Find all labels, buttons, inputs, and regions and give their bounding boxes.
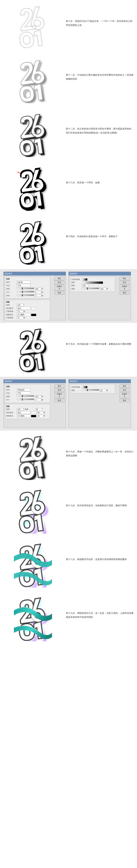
shadow-color[interactable] (31, 314, 36, 316)
step-19-text: 第十九步，绸缎色弄好之后，这一步是：光影之类的，上面矜持来要描述具体的和字体是同… (66, 594, 134, 619)
step-11: 第十一步，不知道你们看出微妙变化没有同事给外面的加上一层高斯模糊的投影 (0, 54, 137, 107)
preview-button[interactable]: 预览 (55, 291, 64, 294)
step-17: 第十七步，给外面添加色光，光效素材自己搞定，颜色不限制 (0, 484, 137, 538)
soften-slider[interactable] (16, 294, 34, 296)
layer-style-dialog-1b[interactable]: 图层样式 确定 取消 新建样式 预览 光泽等高线 渐变 角度120 缩放 100… (69, 272, 131, 320)
figure-shaded-dark (3, 110, 62, 160)
figure-white-center (3, 217, 62, 267)
highlight-color[interactable] (31, 307, 36, 310)
figure-outline (3, 2, 62, 52)
figure-inner-bevel (3, 324, 62, 375)
step-15: 第十五步，对内描边做一个浮雕样式效果，参数如右自己爱好调整 (0, 323, 137, 377)
gloss-contour[interactable] (82, 278, 88, 281)
figure-glow (3, 486, 62, 536)
section-structure: 结构 (6, 278, 49, 280)
figure-outer-bevel (3, 432, 62, 483)
step-12: 第十二步，把之前的灰白厚度变为黑灰半透明，因为底盘是黑色的，我们外面也是做出黑色… (0, 107, 137, 161)
step-11-text: 第十一步，不知道你们看出微妙变化没有同事给外面的加上一层高斯模糊的投影 (66, 56, 134, 81)
new-style-button[interactable]: 新建样式 (55, 285, 64, 290)
size-slider[interactable] (16, 291, 34, 292)
dialog-title: 图层样式 (4, 272, 66, 276)
layer-style-dialog-2[interactable]: 图层样式 确定 取消 新建样式 预览 结构 样式浮雕效果 方法平滑 深度 150… (3, 379, 66, 428)
step-12-text: 第十二步，把之前的灰白厚度变为黑灰半透明，因为底盘是黑色的，我们外面也是做出黑色… (66, 110, 134, 135)
dialog-row-1: 图层样式 确定 取消 新建样式 预览 结构 样式内斜面 方法平滑 深度 100%… (0, 269, 137, 323)
figure-ribbon-color (3, 594, 62, 644)
section-shade: 阴影 (6, 301, 49, 303)
technique-select[interactable]: 平滑 (16, 284, 31, 287)
dialog-row-2: 图层样式 确定 取消 新建样式 预览 结构 样式浮雕效果 方法平滑 深度 150… (0, 377, 137, 431)
figure-shaded-light (3, 56, 62, 106)
step-16-text: 第十六步，再做一个外描边，浮雕效果参数同上一步一样，具体自己看情况调整 (66, 432, 134, 458)
layer-style-dialog-2b[interactable]: 图层样式 确定 取消 新建样式 预览 光泽等高线 范围 50% (69, 379, 131, 428)
step-18-text: 第十八步，根据图层开始弄，这是黑白灰的绸缎添加颜色叠加 (66, 540, 134, 561)
step-19: 第十九步，绸缎色弄好之后，这一步是：光影之类的，上面矜持来要描述具体的和字体是同… (0, 592, 137, 646)
figure-black-solid (3, 163, 62, 214)
step-13: 第十三步，然后做一个呼应，如图 (0, 161, 137, 215)
step-15-text: 第十五步，对内描边做一个浮雕样式效果，参数如右自己爱好调整 (66, 324, 134, 346)
layer-style-dialog-1[interactable]: 图层样式 确定 取消 新建样式 预览 结构 样式内斜面 方法平滑 深度 100%… (3, 272, 66, 320)
step-13-text: 第十三步，然后做一个呼应，如图 (66, 163, 134, 185)
step-14-text: 第十四步，对表面的白色面层做一个样式，参数如下 (66, 217, 134, 238)
gradient-picker[interactable] (82, 281, 103, 284)
figure-ribbon-bw (3, 540, 62, 590)
style-select[interactable]: 内斜面 (16, 281, 31, 283)
ok-button[interactable]: 确定 (55, 277, 64, 280)
step-14: 第十四步，对表面的白色面层做一个样式，参数如下 (0, 215, 137, 269)
step-17-text: 第十七步，给外面添加色光，光效素材自己搞定，颜色不限制 (66, 486, 134, 507)
cancel-button[interactable]: 取消 (55, 281, 64, 284)
depth-slider[interactable] (16, 288, 34, 289)
step-16: 第十六步，再做一个外描边，浮雕效果参数同上一步一样，具体自己看情况调整 (0, 431, 137, 484)
step-18: 第十八步，根据图层开始弄，这是黑白灰的绸缎添加颜色叠加 (0, 538, 137, 592)
step-10: 第十步，用选区勾出2个描边出来，一个外一个内，然后添加在之前弄好的模型上面 (0, 0, 137, 54)
step-10-text: 第十步，用选区勾出2个描边出来，一个外一个内，然后添加在之前弄好的模型上面 (66, 2, 134, 27)
